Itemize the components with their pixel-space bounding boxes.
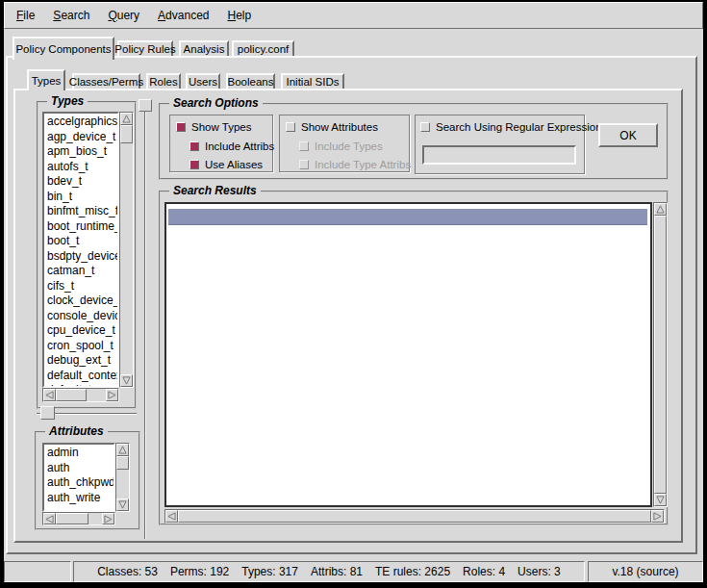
- status-attribs: Attribs: 81: [311, 565, 363, 578]
- types-vertical-scrollbar[interactable]: [119, 112, 134, 388]
- status-cell-version: v.18 (source): [588, 561, 703, 582]
- tab-roles[interactable]: Roles: [146, 73, 181, 89]
- types-list-item[interactable]: console_device: [47, 309, 117, 324]
- tab-initial-sids[interactable]: Initial SIDs: [281, 73, 344, 89]
- tab-policy-conf[interactable]: policy.conf: [232, 40, 294, 56]
- show-types-checkbox[interactable]: Show Types: [176, 121, 251, 133]
- app-window: File Search Query Advanced Help Policy C…: [0, 0, 707, 588]
- scroll-right-icon[interactable]: [102, 513, 114, 524]
- menu-search[interactable]: Search: [50, 8, 92, 23]
- search-options-groupbox: Search Options Show Types Include Attrib…: [159, 103, 669, 180]
- scroll-up-icon[interactable]: [120, 113, 133, 125]
- types-list-item[interactable]: bin_t: [47, 190, 117, 205]
- tab-analysis[interactable]: Analysis: [179, 40, 229, 56]
- scroll-up-icon[interactable]: [116, 444, 129, 456]
- status-roles: Roles: 4: [463, 565, 505, 578]
- search-options-title: Search Options: [169, 96, 263, 110]
- attributes-list-item[interactable]: admin: [47, 446, 114, 461]
- checkbox-indicator-icon[interactable]: [189, 160, 199, 169]
- checkbox-indicator-icon[interactable]: [286, 122, 295, 132]
- checkbox-indicator-icon[interactable]: [420, 122, 430, 132]
- regex-input[interactable]: [422, 145, 576, 165]
- checkbox-indicator-icon: [299, 141, 309, 151]
- types-list-item[interactable]: accelgraphics_e: [47, 115, 117, 130]
- status-version: v.18 (source): [612, 565, 678, 578]
- types-list-item[interactable]: binfmt_misc_fs: [47, 204, 117, 219]
- tab-policy-rules[interactable]: Policy Rules: [117, 40, 173, 56]
- search-results-text[interactable]: [164, 202, 652, 507]
- types-groupbox-title: Types: [47, 94, 88, 108]
- include-attribs-checkbox[interactable]: Include Attribs: [189, 141, 274, 152]
- scroll-left-icon[interactable]: [43, 389, 56, 401]
- horizontal-sash-handle[interactable]: [40, 406, 55, 420]
- attributes-listbox[interactable]: adminauthauth_chkpwdauth_write: [42, 443, 115, 512]
- types-list-item[interactable]: bsdpty_device_: [47, 249, 117, 265]
- show-attributes-checkbox[interactable]: Show Attributes: [286, 121, 378, 133]
- scrollbar-thumb[interactable]: [178, 510, 651, 523]
- checkbox-label: Include Attribs: [205, 141, 274, 152]
- checkbox-label: Include Types: [315, 141, 383, 152]
- types-listbox[interactable]: accelgraphics_eagp_device_tapm_bios_taut…: [42, 112, 119, 388]
- vertical-sash[interactable]: [144, 99, 146, 539]
- ok-button[interactable]: OK: [598, 123, 658, 147]
- status-classes: Classes: 53: [97, 565, 158, 578]
- types-list-item[interactable]: autofs_t: [47, 160, 117, 175]
- types-list-item[interactable]: default_context: [47, 369, 117, 384]
- scroll-down-icon[interactable]: [116, 499, 129, 511]
- attributes-list-item[interactable]: auth: [47, 461, 114, 476]
- results-vertical-scrollbar[interactable]: [653, 202, 668, 507]
- results-horizontal-scrollbar[interactable]: [164, 509, 665, 524]
- attributes-list-item[interactable]: auth_chkpwd: [47, 475, 114, 491]
- checkbox-indicator-icon[interactable]: [176, 122, 186, 132]
- tab-users[interactable]: Users: [186, 73, 220, 89]
- types-list-item[interactable]: catman_t: [47, 264, 117, 279]
- types-list-item[interactable]: clock_device_t: [47, 294, 117, 309]
- checkbox-indicator-icon: [299, 160, 309, 169]
- checkbox-indicator-icon[interactable]: [189, 141, 199, 151]
- menu-advanced[interactable]: Advanced: [155, 8, 212, 23]
- checkbox-label: Show Types: [191, 121, 251, 133]
- menu-help[interactable]: Help: [224, 8, 254, 23]
- scrollbar-thumb[interactable]: [56, 389, 87, 401]
- use-aliases-checkbox[interactable]: Use Aliases: [189, 159, 263, 170]
- types-list-item[interactable]: cifs_t: [47, 279, 117, 294]
- scrollbar-thumb[interactable]: [654, 216, 667, 494]
- status-te-rules: TE rules: 2625: [375, 565, 450, 578]
- types-list-item[interactable]: boot_t: [47, 234, 117, 249]
- scrollbar-thumb[interactable]: [56, 513, 88, 524]
- tab-policy-components[interactable]: Policy Components: [13, 37, 114, 60]
- status-cell-empty: [4, 561, 71, 582]
- tab-booleans[interactable]: Booleans: [226, 73, 275, 89]
- app-stage: File Search Query Advanced Help Policy C…: [4, 2, 703, 582]
- tab-classes-perms[interactable]: Classes/Perms: [72, 73, 140, 89]
- scrollbar-thumb[interactable]: [116, 456, 129, 470]
- types-horizontal-scrollbar[interactable]: [42, 388, 119, 402]
- types-list-item[interactable]: cron_spool_t: [47, 339, 117, 354]
- scrollbar-thumb[interactable]: [120, 125, 133, 143]
- types-list-item[interactable]: cpu_device_t: [47, 323, 117, 339]
- status-types: Types: 317: [241, 565, 298, 578]
- scroll-right-icon[interactable]: [106, 389, 118, 401]
- menu-file[interactable]: File: [13, 8, 38, 23]
- types-list-item[interactable]: debug_ext_t: [47, 353, 117, 369]
- scroll-down-icon[interactable]: [120, 374, 133, 387]
- types-list-item[interactable]: agp_device_t: [47, 130, 117, 145]
- vertical-sash-handle[interactable]: [139, 99, 152, 112]
- types-list-item[interactable]: bdev_t: [47, 174, 117, 190]
- types-list-item[interactable]: boot_runtime_t: [47, 219, 117, 235]
- menu-query[interactable]: Query: [105, 8, 142, 23]
- scroll-left-icon[interactable]: [43, 513, 56, 524]
- scroll-left-icon[interactable]: [165, 510, 178, 523]
- attributes-vertical-scrollbar[interactable]: [115, 443, 130, 512]
- scroll-right-icon[interactable]: [651, 510, 664, 523]
- show-types-group: Show Types Include Attribs Use Aliases: [169, 115, 273, 172]
- scroll-down-icon[interactable]: [654, 494, 667, 506]
- selected-line-highlight: [168, 209, 647, 225]
- attributes-list-item[interactable]: auth_write: [47, 491, 114, 506]
- regex-checkbox[interactable]: Search Using Regular Expression: [420, 121, 602, 133]
- scroll-up-icon[interactable]: [654, 203, 667, 216]
- tab-types[interactable]: Types: [27, 69, 65, 90]
- checkbox-label: Search Using Regular Expression: [436, 121, 602, 133]
- attributes-horizontal-scrollbar[interactable]: [42, 512, 115, 525]
- types-list-item[interactable]: apm_bios_t: [47, 144, 117, 160]
